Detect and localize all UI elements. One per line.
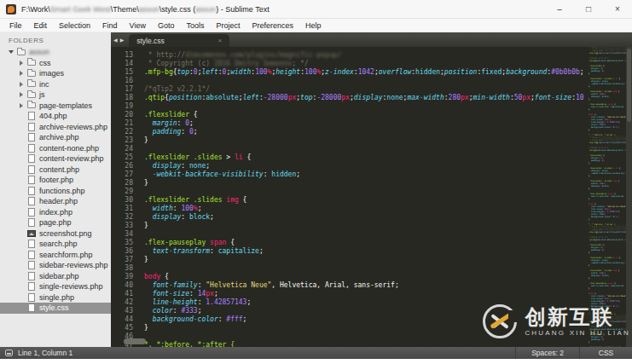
tree-item-search-php[interactable]: search.php bbox=[0, 239, 111, 250]
tree-item-404-php[interactable]: 404.php bbox=[0, 111, 111, 122]
tab-style-css[interactable]: style.css × bbox=[129, 34, 229, 47]
tree-item-label: searchform.php bbox=[39, 251, 93, 259]
tree-item-label: 404.php bbox=[39, 112, 67, 120]
menu-item-goto[interactable]: Goto bbox=[152, 19, 181, 32]
line-number: 33 bbox=[111, 222, 133, 230]
tree-item-page-templates[interactable]: page-templates bbox=[0, 101, 111, 112]
code-line: 14 * Copyright (c) 2016 Dmitry Semenov; … bbox=[111, 60, 632, 68]
tree-item-js[interactable]: js bbox=[0, 90, 111, 101]
file-icon bbox=[26, 187, 37, 195]
line-number: 14 bbox=[111, 60, 133, 68]
tree-item-page-php[interactable]: page.php bbox=[0, 217, 111, 228]
code-line: text-transform: capitalize; bbox=[589, 285, 626, 287]
cursor-position: Line 1, Column 1 bbox=[18, 349, 72, 357]
tab-nav-right-icon[interactable]: ▶ bbox=[120, 37, 125, 43]
watermark-brand-cn: 创新互联 bbox=[525, 307, 630, 327]
title-redacted-segment: asson bbox=[195, 5, 216, 14]
vertical-scrollbar-thumb[interactable] bbox=[627, 49, 631, 122]
syntax-indicator[interactable]: CSS bbox=[579, 347, 632, 359]
tree-item-archive-php[interactable]: archive.php bbox=[0, 132, 111, 143]
tree-item-inc[interactable]: inc bbox=[0, 79, 111, 90]
tree-item-label: content-review.php bbox=[39, 154, 104, 163]
tree-item-functions-php[interactable]: functions.php bbox=[0, 186, 111, 197]
file-icon bbox=[26, 197, 37, 205]
line-number: 30 bbox=[111, 196, 133, 205]
line-number: 28 bbox=[111, 179, 133, 188]
code-line: .qtip{position:absolute;left:-28000px;to… bbox=[589, 149, 626, 152]
code-line: 15.mfp-bg{top:0;left:0;width:100%;height… bbox=[111, 68, 632, 77]
code-line: -webkit-backface-visibility: hidden; bbox=[589, 262, 626, 264]
tree-item-asson[interactable]: asson bbox=[0, 47, 111, 58]
tree-item-sidebar-reviews-php[interactable]: sidebar-reviews.php bbox=[0, 260, 111, 271]
menu-item-find[interactable]: Find bbox=[96, 19, 124, 32]
title-redacted-segment: asson bbox=[139, 5, 159, 14]
line-number: 34 bbox=[111, 230, 133, 239]
tab-close-icon[interactable]: × bbox=[203, 37, 223, 44]
code-area[interactable]: 13 * http://dimsemenov.com/plugins/magni… bbox=[111, 47, 632, 347]
status-panel-icon[interactable] bbox=[5, 350, 13, 356]
tree-item-style-css[interactable]: style.css bbox=[0, 303, 111, 314]
code-line: 29 bbox=[111, 188, 632, 196]
tree-item-css[interactable]: css bbox=[0, 58, 111, 69]
watermark: 创新互联 CHUANG XIN HU LIAN bbox=[483, 304, 630, 338]
horizontal-scrollbar[interactable] bbox=[124, 338, 146, 344]
tree-item-sidebar-php[interactable]: sidebar.php bbox=[0, 271, 111, 282]
line-number: 26 bbox=[111, 162, 133, 170]
file-icon bbox=[26, 112, 37, 120]
tree-item-single-php[interactable]: single.php bbox=[0, 292, 111, 303]
tree-item-label: css bbox=[39, 59, 51, 67]
tab-nav-left-icon[interactable]: ◀ bbox=[113, 37, 118, 43]
vertical-scrollbar[interactable] bbox=[626, 47, 632, 347]
tree-item-label: page-templates bbox=[39, 101, 92, 110]
minimize-button[interactable]: – bbox=[545, 0, 574, 18]
code-line: 36 text-transform: capitalize; bbox=[111, 247, 632, 256]
code-line: 41 font-size: 14px; bbox=[111, 290, 632, 298]
spaces-indicator[interactable]: Spaces: 2 bbox=[515, 347, 579, 359]
menu-item-selection[interactable]: Selection bbox=[53, 19, 96, 32]
line-number: 35 bbox=[111, 239, 133, 247]
code-line: 38 bbox=[111, 264, 632, 273]
sidebar[interactable]: FOLDERS assoncssimagesincjspage-template… bbox=[0, 32, 111, 347]
menu-item-file[interactable]: File bbox=[3, 19, 28, 32]
code-line: -webkit-backface-visibility: hidden; bbox=[589, 172, 626, 175]
close-button[interactable]: × bbox=[603, 0, 632, 18]
code-line: 21 margin: 0; bbox=[111, 119, 632, 128]
line-number: 16 bbox=[111, 77, 133, 85]
code-line: 47*, *:before, *:after { bbox=[111, 341, 632, 347]
minimap[interactable]: * http://dimsemenov.com/plugins/magnific… bbox=[589, 47, 626, 347]
maximize-button[interactable]: □ bbox=[574, 0, 603, 18]
menu-item-view[interactable]: View bbox=[124, 19, 152, 32]
menu-item-project[interactable]: Project bbox=[210, 19, 246, 32]
image-file-icon bbox=[26, 230, 37, 237]
line-number: 38 bbox=[111, 264, 133, 273]
code-line: 26 display: none; bbox=[111, 162, 632, 170]
code-line: .qtip{position:absolute;left:-28000px;to… bbox=[589, 239, 626, 241]
tree-item-content-none-php[interactable]: content-none.php bbox=[0, 143, 111, 154]
tree-item-single-reviews-php[interactable]: single-reviews.php bbox=[0, 281, 111, 292]
tree-item-archive-reviews-php[interactable]: archive-reviews.php bbox=[0, 122, 111, 133]
code-line: text-transform: capitalize; bbox=[589, 106, 626, 108]
tree-item-screenshot-png[interactable]: screenshot.png bbox=[0, 228, 111, 240]
tree-item-content-php[interactable]: content.php bbox=[0, 165, 111, 176]
tree-item-searchform-php[interactable]: searchform.php bbox=[0, 250, 111, 261]
file-icon bbox=[26, 282, 37, 291]
file-icon bbox=[26, 154, 37, 163]
code-line: .qtip{position:absolute;left:-28000px;to… bbox=[589, 60, 626, 62]
menu-item-preferences[interactable]: Preferences bbox=[246, 19, 299, 32]
tree-item-footer-php[interactable]: footer.php bbox=[0, 175, 111, 186]
tree-item-header-php[interactable]: header.php bbox=[0, 196, 111, 207]
tree-item-images[interactable]: images bbox=[0, 68, 111, 79]
title-segment: \style.css ( bbox=[159, 5, 196, 14]
editor[interactable]: ◀ ▶ style.css × 13 * http://dimsemenov.c… bbox=[111, 32, 632, 347]
tree-item-label: functions.php bbox=[39, 187, 85, 195]
line-number: 15 bbox=[111, 68, 133, 77]
tree-item-index-php[interactable]: index.php bbox=[0, 207, 111, 218]
status-bar: Line 1, Column 1 Spaces: 2 CSS bbox=[0, 347, 632, 359]
menu-item-help[interactable]: Help bbox=[299, 19, 328, 32]
tree-item-content-review-php[interactable]: content-review.php bbox=[0, 153, 111, 165]
tree-item-label: screenshot.png bbox=[39, 229, 92, 238]
tab-bar: ◀ ▶ style.css × bbox=[111, 32, 632, 47]
menu-item-tools[interactable]: Tools bbox=[180, 19, 210, 32]
menu-item-edit[interactable]: Edit bbox=[28, 19, 54, 32]
line-number: 45 bbox=[111, 324, 133, 332]
